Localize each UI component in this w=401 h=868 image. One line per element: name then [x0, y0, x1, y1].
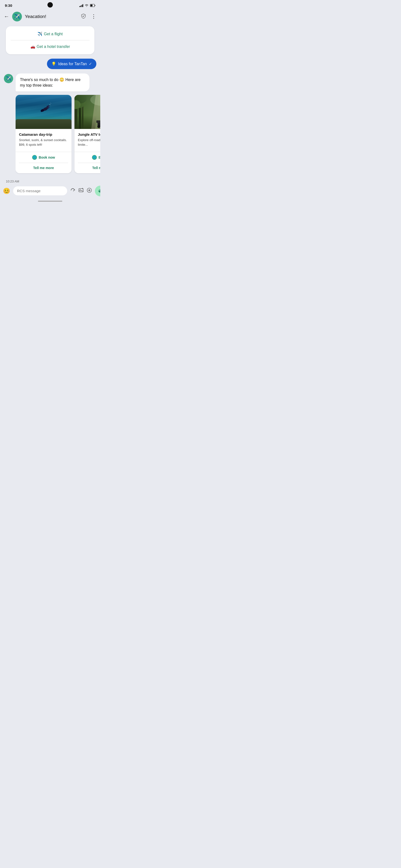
sent-message-wrap: 💡 Ideas for TanTan ✓ — [4, 59, 96, 69]
airplane-icon: ✈️ — [37, 32, 42, 36]
more-options-button[interactable]: ⋮ — [91, 13, 96, 20]
catamaran-card-desc: Snorkel, sushi, & sunset cocktails. $99,… — [19, 138, 68, 147]
message-input[interactable] — [13, 186, 67, 195]
svg-point-10 — [51, 103, 51, 104]
app-title: Yeacation! — [25, 14, 78, 19]
quick-replies-card: ✈️ Get a flight 🚗 Get a hotel transfer — [6, 26, 94, 54]
svg-rect-35 — [100, 189, 100, 191]
signal-icon — [79, 4, 84, 7]
catamaran-card-image — [16, 95, 71, 129]
sent-bubble: 💡 Ideas for TanTan ✓ — [47, 59, 96, 69]
home-indicator — [0, 199, 100, 203]
svg-point-31 — [73, 191, 74, 191]
camera-pill — [48, 2, 53, 7]
diver-illustration — [36, 102, 55, 117]
svg-rect-38 — [99, 191, 100, 192]
get-flight-button[interactable]: ✈️ Get a flight — [6, 28, 94, 40]
catamaran-card: Catamaran day-trip Snorkel, sushi, & sun… — [16, 95, 71, 173]
app-avatar: ✈️ — [12, 12, 22, 22]
ai-compose-button[interactable] — [70, 188, 75, 194]
car-icon: 🚗 — [30, 44, 35, 49]
bot-avatar: ✈️ — [4, 74, 13, 83]
jungle-tell-more-button[interactable]: Tell me mo... — [74, 163, 100, 173]
globe-icon: 🌐 — [92, 155, 97, 160]
bot-response-area: ✈️ There's so much to do 😳 Here are my t… — [4, 73, 96, 91]
input-bar: 😊 — [0, 183, 100, 199]
message-timestamp: 10:23 AM — [4, 177, 96, 183]
cards-carousel: Catamaran day-trip Snorkel, sushi, & sun… — [16, 94, 100, 174]
image-button[interactable] — [79, 188, 84, 194]
catamaran-card-title: Catamaran day-trip — [19, 132, 68, 136]
svg-point-11 — [50, 102, 51, 103]
svg-rect-1 — [95, 5, 95, 6]
shield-icon — [81, 13, 86, 20]
battery-icon — [90, 4, 95, 7]
svg-rect-36 — [98, 191, 99, 192]
wifi-icon — [85, 4, 89, 7]
sent-checkmark: ✓ — [89, 62, 92, 66]
app-bar: ← ✈️ Yeacation! ⋮ — [0, 10, 100, 23]
add-icon — [87, 188, 92, 193]
catamaran-card-body: Catamaran day-trip Snorkel, sushi, & sun… — [16, 129, 71, 152]
catamaran-book-button[interactable]: 🌐 Book now — [16, 152, 71, 163]
home-bar — [38, 201, 62, 202]
received-bubble: There's so much to do 😳 Here are my top … — [16, 73, 90, 91]
status-icons — [79, 4, 96, 7]
chat-area: ✈️ Get a flight 🚗 Get a hotel transfer 💡… — [0, 23, 100, 183]
svg-point-9 — [50, 104, 50, 105]
image-icon — [79, 188, 84, 193]
status-time: 9:30 — [5, 3, 12, 7]
jungle-card-image — [74, 95, 100, 129]
globe-icon: 🌐 — [32, 155, 37, 160]
voice-button[interactable] — [95, 186, 100, 196]
catamaran-tell-more-button[interactable]: Tell me more — [16, 163, 71, 173]
jungle-card-body: Jungle ATV tour Explore off-road with a … — [74, 129, 100, 152]
jungle-card-desc: Explore off-road with a guide. $99, limi… — [78, 138, 100, 147]
add-button[interactable] — [87, 188, 92, 194]
jungle-book-button[interactable]: 🌐 Book n... — [74, 152, 100, 163]
jungle-card-title: Jungle ATV tour — [78, 132, 100, 136]
back-button[interactable]: ← — [4, 13, 9, 20]
jungle-atv-card: Jungle ATV tour Explore off-road with a … — [74, 95, 100, 173]
bulb-icon: 💡 — [51, 62, 56, 66]
ai-compose-icon — [70, 188, 75, 193]
emoji-button[interactable]: 😊 — [3, 188, 10, 194]
voice-icon — [98, 189, 100, 193]
svg-rect-2 — [91, 4, 92, 6]
get-hotel-transfer-button[interactable]: 🚗 Get a hotel transfer — [6, 40, 94, 53]
